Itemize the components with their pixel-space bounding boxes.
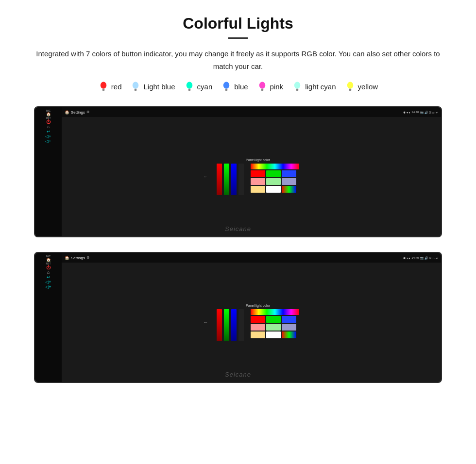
bottom-panel-light-label: Panel light color	[246, 304, 270, 307]
svg-rect-10	[225, 89, 228, 90]
svg-point-12	[259, 82, 265, 89]
topbar-title: Settings	[71, 110, 85, 115]
color-label-cyan: cyan	[197, 83, 213, 91]
bottom-device-main: MIC 🏠 RST ⏻ ⌂ ↩ ◁+ ◁+ 🏠 Settings ⚙	[34, 252, 442, 383]
color-item-lightblue: Light blue	[130, 81, 175, 92]
bottom-topbar-time: 14:40	[411, 256, 419, 259]
color-item-yellow: yellow	[345, 81, 378, 92]
svg-point-0	[101, 82, 107, 89]
svg-rect-8	[188, 90, 190, 91]
color-item-cyan: cyan	[184, 81, 213, 92]
svg-rect-4	[135, 89, 137, 90]
color-label-pink: pink	[270, 83, 284, 91]
color-label-yellow: yellow	[358, 83, 378, 91]
color-item-blue: blue	[221, 81, 248, 92]
svg-point-18	[347, 82, 353, 89]
color-row: red Light blue cyan	[19, 81, 457, 92]
lightblue-bulb-icon	[130, 81, 141, 92]
svg-rect-14	[261, 90, 263, 91]
color-item-lightcyan: light cyan	[292, 81, 336, 92]
svg-rect-13	[261, 89, 263, 90]
panel-light-label: Panel light color	[246, 158, 270, 162]
svg-point-15	[294, 82, 301, 89]
svg-rect-5	[135, 90, 137, 91]
pink-bulb-icon	[257, 81, 268, 92]
color-label-red: red	[111, 83, 122, 91]
page-description: Integrated with 7 colors of button indic…	[29, 48, 447, 72]
color-label-blue: blue	[234, 83, 248, 91]
svg-point-6	[186, 82, 192, 89]
svg-rect-16	[296, 89, 299, 90]
svg-rect-2	[102, 90, 104, 91]
red-bulb-icon	[98, 81, 109, 92]
svg-rect-20	[349, 90, 351, 91]
svg-rect-19	[349, 89, 351, 90]
svg-rect-11	[225, 90, 228, 91]
svg-point-3	[133, 82, 139, 89]
top-device-group: MIC 🏠 RST ⏻ 🏠 ↩ ◁+ ◁+ 🏠 Setti	[19, 102, 457, 243]
color-item-red: red	[98, 81, 122, 92]
title-divider	[228, 37, 248, 39]
blue-bulb-icon	[221, 81, 232, 92]
page-container: Colorful Lights Integrated with 7 colors…	[0, 0, 476, 403]
bottom-topbar-title: Settings	[71, 256, 85, 260]
svg-point-9	[223, 82, 230, 89]
yellow-bulb-icon	[345, 81, 356, 92]
cyan-bulb-icon	[184, 81, 195, 92]
lightcyan-bulb-icon	[292, 81, 303, 92]
color-item-pink: pink	[257, 81, 284, 92]
bottom-device-group: MIC 🏠 RST ⏻ 🏠 ↩ ◁+ ◁+ 🏠 Setti	[19, 248, 457, 389]
svg-rect-1	[102, 89, 104, 90]
svg-rect-17	[296, 90, 299, 91]
topbar-time: 14:40	[411, 111, 419, 114]
page-title: Colorful Lights	[19, 15, 457, 33]
svg-rect-7	[188, 89, 190, 90]
color-label-lightcyan: light cyan	[305, 83, 336, 91]
top-device-main: MIC 🏠 RST ⏻ ⌂ ↩ ◁+ ◁+ 🏠 Settings ⚙	[34, 106, 442, 237]
color-label-lightblue: Light blue	[143, 83, 175, 91]
